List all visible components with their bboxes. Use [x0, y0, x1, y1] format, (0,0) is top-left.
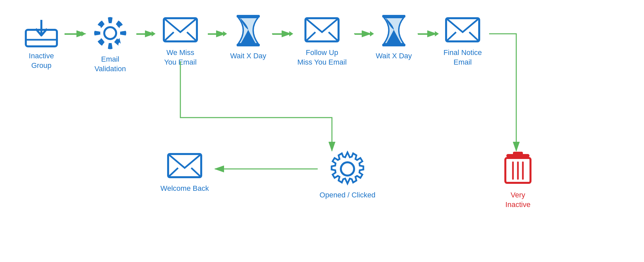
envelope-icon-4: [166, 151, 203, 181]
svg-line-6: [187, 32, 197, 41]
final-notice-label: Final NoticeEmail: [443, 48, 482, 67]
hourglass-icon-1: [233, 13, 263, 48]
arrow-2-3: [136, 34, 153, 35]
wait-x-day-2-label: Wait X Day: [376, 51, 412, 61]
envelope-icon-1: [162, 15, 199, 45]
svg-line-11: [329, 32, 339, 41]
svg-point-3: [104, 27, 116, 39]
email-validation-label: EmailValidation: [95, 55, 126, 74]
svg-rect-22: [513, 152, 523, 155]
workflow-diagram: InactiveGroup: [0, 0, 644, 262]
node-wait-x-day-2: Wait X Day: [371, 13, 417, 61]
svg-line-5: [164, 32, 174, 41]
gear-icon-2: [329, 151, 366, 187]
hourglass-icon-2: [379, 13, 409, 48]
envelope-icon-3: [444, 15, 481, 45]
arrow-4-5: [272, 34, 291, 35]
arrow-6-7: [418, 34, 436, 35]
node-wait-x-day-1: Wait X Day: [225, 13, 271, 61]
arrow-5-6: [355, 34, 371, 35]
node-opened-clicked: Opened / Clicked: [318, 151, 377, 200]
node-follow-up: Follow UpMiss You Email: [291, 15, 353, 67]
node-inactive-group: InactiveGroup: [18, 18, 65, 70]
trash-icon: [501, 151, 534, 187]
svg-line-15: [446, 32, 456, 41]
arrow-1-2-tip: [81, 31, 85, 36]
envelope-icon-2: [304, 15, 340, 45]
wait-x-day-1-label: Wait X Day: [230, 51, 266, 61]
opened-clicked-label: Opened / Clicked: [320, 190, 376, 200]
node-email-validation: EmailValidation: [85, 15, 135, 74]
svg-line-16: [469, 32, 479, 41]
node-welcome-back: Welcome Back: [155, 151, 214, 193]
node-final-notice: Final NoticeEmail: [436, 15, 489, 67]
inactive-group-label: InactiveGroup: [29, 51, 54, 70]
svg-line-20: [191, 168, 201, 177]
svg-line-10: [305, 32, 315, 41]
svg-line-19: [168, 168, 178, 177]
welcome-back-label: Welcome Back: [161, 184, 209, 193]
inbox-icon: [23, 18, 60, 48]
svg-point-17: [341, 162, 354, 176]
follow-up-label: Follow UpMiss You Email: [297, 48, 346, 67]
arrow-1-2: [65, 34, 83, 35]
very-inactive-label: VeryInactive: [505, 190, 530, 209]
arrow-3-4: [208, 34, 224, 35]
we-miss-you-label: We MissYou Email: [164, 48, 197, 67]
node-we-miss-you: We MissYou Email: [154, 15, 207, 67]
node-very-inactive: VeryInactive: [493, 151, 543, 209]
gear-icon-1: [92, 15, 128, 51]
